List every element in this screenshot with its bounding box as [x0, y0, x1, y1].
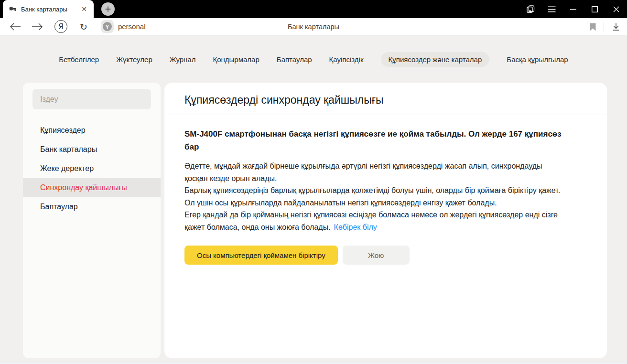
sidebar-menu: Құпиясөздер Банк карталары Жеке деректер…	[23, 121, 161, 216]
search-input[interactable]	[32, 89, 151, 109]
browser-toolbar: Я ↻ Y personal Банк карталары	[0, 18, 627, 35]
profile-circle-icon: Y	[103, 22, 112, 31]
bookmark-icon	[590, 23, 596, 31]
merge-vault-button[interactable]: Осы компьютердегі қоймамен біріктіру	[184, 246, 338, 265]
settings-nav: Бетбелгілер Жүктеулер Журнал Қондырмалар…	[0, 52, 627, 67]
description-paragraph: Әдетте, мұндай жағдай бірнеше құрылғыда …	[184, 160, 564, 184]
arrow-right-icon	[32, 23, 43, 31]
nav-item-other-devices[interactable]: Басқа құрылғылар	[507, 52, 568, 67]
minimize-button[interactable]	[562, 0, 584, 18]
profile-badge[interactable]: Y personal	[101, 20, 146, 33]
nav-item-bookmarks[interactable]: Бетбелгілер	[59, 52, 99, 67]
back-button[interactable]	[6, 18, 25, 35]
conflict-description: Әдетте, мұндай жағдай бірнеше құрылғыда …	[184, 160, 564, 233]
main-body: SM-J400F смартфонынан басқа негізгі құпи…	[164, 115, 587, 265]
window-controls	[519, 0, 627, 18]
toolbar-right	[590, 18, 620, 35]
sidebar-item-bank-cards[interactable]: Банк карталары	[23, 140, 161, 159]
nav-item-passwords-cards[interactable]: Құпиясөздер және карталар	[381, 52, 490, 67]
description-paragraph: Барлық құпиясөздеріңіз барлық құрылғылар…	[184, 184, 564, 209]
window-bottom-edge	[0, 362, 627, 364]
tab-title: Банк карталары	[21, 6, 80, 13]
browser-menu-button[interactable]	[541, 0, 562, 18]
description-paragraph: Егер қандай да бір қойманың негізгі құпи…	[184, 209, 564, 233]
minimize-icon	[570, 9, 576, 10]
main-header: Құпиясөздерді синхрондау қайшылығы	[164, 83, 607, 107]
maximize-button[interactable]	[584, 0, 605, 18]
download-icon	[612, 22, 620, 31]
nav-item-security[interactable]: Қауіпсіздік	[329, 52, 364, 67]
profile-badge-label: personal	[118, 22, 146, 31]
close-tab-icon[interactable]: ✕	[80, 5, 88, 13]
learn-more-link[interactable]: Көбірек білу	[334, 223, 377, 231]
toolbar-divider	[604, 22, 604, 32]
bookmark-button[interactable]	[590, 23, 596, 31]
close-icon	[613, 6, 619, 12]
nav-item-extensions[interactable]: Қондырмалар	[213, 52, 259, 67]
main-panel: Құпиясөздерді синхрондау қайшылығы SM-J4…	[164, 83, 607, 358]
sidebar-item-settings[interactable]: Баптаулар	[23, 197, 161, 216]
refresh-button[interactable]: ↻	[80, 18, 87, 35]
plus-icon	[105, 6, 111, 12]
yandex-logo-button[interactable]: Я	[54, 20, 67, 33]
tab-panels-button[interactable]	[519, 0, 541, 18]
action-buttons: Осы компьютердегі қоймамен біріктіру Жою	[184, 246, 564, 265]
close-window-button[interactable]	[605, 0, 627, 18]
nav-item-downloads[interactable]: Жүктеулер	[116, 52, 152, 67]
downloads-button[interactable]	[612, 22, 620, 31]
arrow-left-icon	[10, 23, 21, 31]
sidebar-item-personal-data[interactable]: Жеке деректер	[23, 159, 161, 178]
nav-item-settings[interactable]: Баптаулар	[277, 52, 312, 67]
new-tab-button[interactable]	[101, 2, 115, 16]
panels-icon	[526, 5, 535, 13]
sidebar-item-sync-conflict[interactable]: Синхрондау қайшылығы	[23, 178, 161, 197]
key-icon	[9, 5, 17, 13]
delete-vault-button[interactable]: Жою	[343, 246, 410, 265]
hamburger-icon	[548, 6, 556, 12]
nav-item-history[interactable]: Журнал	[170, 52, 196, 67]
section-title: Құпиясөздерді синхрондау қайшылығы	[184, 93, 587, 107]
profile-icon-box: Y	[101, 20, 114, 33]
browser-tab[interactable]: Банк карталары ✕	[3, 0, 94, 18]
conflict-heading: SM-J400F смартфонынан басқа негізгі құпи…	[184, 128, 564, 153]
page-title: Банк карталары	[0, 18, 627, 35]
maximize-icon	[592, 6, 598, 12]
sidebar: Құпиясөздер Банк карталары Жеке деректер…	[23, 83, 161, 358]
window-titlebar: Банк карталары ✕	[0, 0, 627, 18]
forward-button[interactable]	[28, 18, 47, 35]
sidebar-item-passwords[interactable]: Құпиясөздер	[23, 121, 161, 140]
